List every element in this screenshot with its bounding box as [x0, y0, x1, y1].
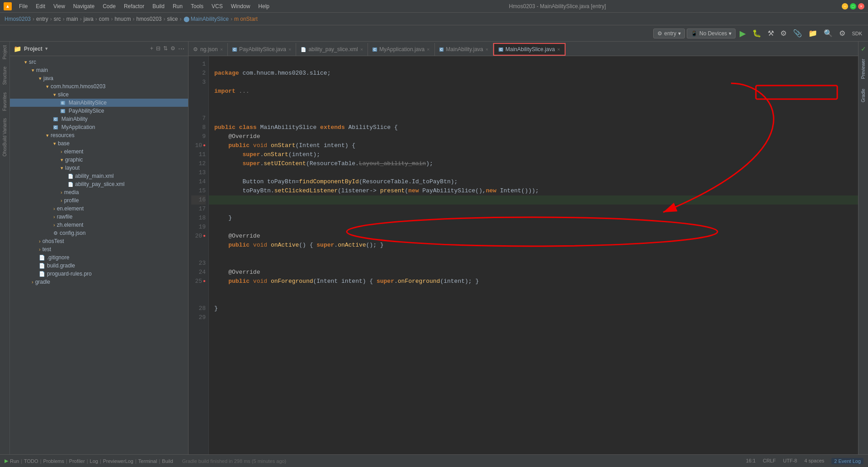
close-button[interactable]: ×: [858, 3, 864, 10]
line-separator[interactable]: CRLF: [763, 458, 776, 464]
tree-en-element[interactable]: › en.element: [10, 205, 188, 213]
tab-main-ability[interactable]: C MainAbility.java ×: [435, 43, 494, 56]
sidebar-label-favorites[interactable]: Favorites: [1, 89, 9, 114]
tree-ohos-test[interactable]: › ohosTest: [10, 237, 188, 245]
tree-proguard[interactable]: 📄 proguard-rules.pro: [10, 270, 188, 278]
breadcrumb-src[interactable]: src: [54, 16, 61, 22]
encoding[interactable]: UTF-8: [783, 458, 797, 464]
tab-close-pay-ability-slice[interactable]: ×: [288, 47, 291, 52]
sidebar-label-ohos-build[interactable]: OhosBuild Variants: [1, 114, 9, 160]
event-log-button[interactable]: 2 Event Log: [831, 458, 863, 464]
breadcrumb-hmos0203[interactable]: Hmos0203: [5, 16, 31, 22]
tree-gitignore[interactable]: 📄 .gitignore: [10, 253, 188, 262]
tree-zh-element[interactable]: › zh.element: [10, 221, 188, 229]
tree-slice[interactable]: ▾ slice: [10, 91, 188, 99]
gradle-label[interactable]: Gradle: [859, 85, 867, 106]
breadcrumb-com[interactable]: com: [99, 16, 109, 22]
sidebar-label-project[interactable]: Project: [1, 42, 9, 63]
debug-button[interactable]: 🐛: [750, 27, 764, 39]
tree-test[interactable]: › test: [10, 245, 188, 253]
menu-build[interactable]: Build: [149, 2, 168, 10]
tab-main-ability-slice[interactable]: C MainAbilitySlice.java ×: [493, 43, 566, 56]
tree-element[interactable]: › element: [10, 148, 188, 156]
tree-main-ability[interactable]: C MainAbility: [10, 115, 188, 123]
tree-profile[interactable]: › profile: [10, 196, 188, 205]
tree-ability-pay-slice-xml[interactable]: 📄 ability_pay_slice.xml: [10, 180, 188, 188]
tree-resources[interactable]: ▾ resources: [10, 131, 188, 139]
menu-navigate[interactable]: Navigate: [70, 2, 98, 10]
tree-main[interactable]: ▾ main: [10, 66, 188, 74]
breadcrumb-hnucm[interactable]: hnucm: [114, 16, 131, 22]
tree-graphic[interactable]: ▾ graphic: [10, 156, 188, 164]
tree-pay-ability-slice[interactable]: C PayAbilitySlice: [10, 107, 188, 115]
tree-build-gradle[interactable]: 📄 build.gradle: [10, 262, 188, 270]
menu-code[interactable]: Code: [99, 2, 119, 10]
tab-close-my-application[interactable]: ×: [427, 47, 429, 52]
terminal-button[interactable]: Terminal: [138, 458, 157, 464]
add-file-icon[interactable]: +: [150, 45, 153, 52]
indent[interactable]: 4 spaces: [804, 458, 824, 464]
settings-icon[interactable]: ⚙: [170, 45, 175, 52]
tree-rawfile[interactable]: › rawfile: [10, 213, 188, 221]
tab-close-main-ability[interactable]: ×: [486, 47, 488, 52]
entry-button[interactable]: ⚙ entry ▾: [653, 29, 685, 38]
minimize-button[interactable]: −: [842, 3, 848, 10]
cursor-position[interactable]: 16:1: [746, 458, 755, 464]
menu-edit[interactable]: Edit: [32, 2, 49, 10]
problems-button[interactable]: Problems: [43, 458, 64, 464]
breadcrumb-class[interactable]: ⬤ MainAbilitySlice: [184, 16, 229, 22]
more-options-icon[interactable]: ⋯: [178, 45, 184, 52]
tree-java[interactable]: ▾ java: [10, 74, 188, 82]
run-button[interactable]: ▶: [737, 27, 748, 40]
run-status-button[interactable]: Run: [10, 458, 19, 464]
settings-button[interactable]: ⚙: [837, 27, 848, 39]
tree-config-json[interactable]: ⚙ config.json: [10, 229, 188, 237]
search-button[interactable]: 🔍: [821, 27, 835, 39]
tab-close-ability-pay-slice-xml[interactable]: ×: [360, 47, 363, 52]
sdk-button[interactable]: SDK: [849, 29, 864, 38]
tree-base[interactable]: ▾ base: [10, 139, 188, 148]
breadcrumb-main[interactable]: main: [66, 16, 78, 22]
tree-src[interactable]: ▾ src: [10, 58, 188, 66]
breadcrumb-entry[interactable]: entry: [36, 16, 48, 22]
tab-my-application[interactable]: C MyApplication.java ×: [368, 43, 434, 56]
tab-close-ng-json[interactable]: ×: [220, 47, 223, 52]
sidebar-label-structure[interactable]: Structure: [1, 63, 9, 89]
tree-media[interactable]: › media: [10, 188, 188, 196]
todo-button[interactable]: TODO: [24, 458, 38, 464]
tab-close-main-ability-slice[interactable]: ×: [557, 47, 560, 52]
tree-gradle[interactable]: › gradle: [10, 278, 188, 286]
breadcrumb-method[interactable]: m onStart: [234, 16, 258, 22]
tree-layout[interactable]: ▾ layout: [10, 164, 188, 172]
tab-ng-json[interactable]: ⚙ ng.json ×: [189, 43, 228, 56]
maximize-button[interactable]: □: [850, 3, 856, 10]
project-panel-dropdown[interactable]: ▾: [45, 46, 48, 52]
previewer-log-button[interactable]: PreviewerLog: [103, 458, 133, 464]
menu-help[interactable]: Help: [255, 2, 273, 10]
menu-tools[interactable]: Tools: [187, 2, 207, 10]
menu-refactor[interactable]: Refactor: [120, 2, 148, 10]
attach-button[interactable]: 📎: [791, 27, 804, 39]
code-content[interactable]: package com.hnucm.hmos0203.slice; import…: [209, 56, 858, 454]
profiler-button[interactable]: Profiler: [69, 458, 85, 464]
menu-file[interactable]: File: [15, 2, 31, 10]
menu-view[interactable]: View: [50, 2, 69, 10]
no-devices-button[interactable]: 📱 No Devices ▾: [687, 29, 736, 38]
breadcrumb-hmos0203[interactable]: hmos0203: [136, 16, 161, 22]
menu-run[interactable]: Run: [169, 2, 186, 10]
previewer-label[interactable]: Previewer: [859, 55, 867, 82]
open-folder-button[interactable]: 📁: [806, 27, 820, 39]
tree-package[interactable]: ▾ com.hnucm.hmos0203: [10, 82, 188, 91]
menu-window[interactable]: Window: [227, 2, 254, 10]
breadcrumb-slice[interactable]: slice: [167, 16, 178, 22]
sort-icon[interactable]: ⇅: [163, 45, 168, 52]
tree-ability-main-xml[interactable]: 📄 ability_main.xml: [10, 172, 188, 180]
tree-my-application[interactable]: C MyApplication: [10, 123, 188, 131]
menu-vcs[interactable]: VCS: [208, 2, 226, 10]
breadcrumb-java[interactable]: java: [84, 16, 94, 22]
tab-pay-ability-slice[interactable]: C PayAbilitySlice.java ×: [228, 43, 296, 56]
profile-button[interactable]: ⚙: [778, 27, 789, 39]
collapse-icon[interactable]: ⊟: [156, 45, 160, 52]
tab-ability-pay-slice-xml[interactable]: 📄 ability_pay_slice.xml ×: [296, 43, 368, 56]
build-tab-button[interactable]: Build: [162, 458, 173, 464]
